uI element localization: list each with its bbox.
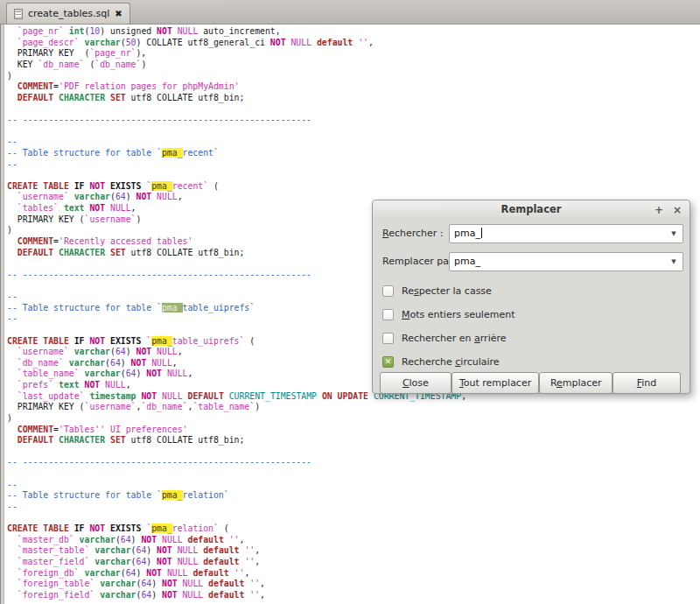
find-button[interactable]: Find: [612, 372, 681, 394]
whole-words-only-checkbox-box[interactable]: [382, 309, 394, 320]
code-line: CREATE TABLE IF NOT EXISTS `pma_recent` …: [7, 181, 700, 193]
code-line: --: [7, 502, 700, 513]
search-row: Rechercher :pma_▼: [373, 224, 690, 243]
replace-row: Remplacer par :pma_▼: [373, 252, 690, 271]
code-line: DEFAULT CHARACTER SET utf8 COLLATE utf8_…: [7, 435, 700, 446]
wrap-search-checkbox-box[interactable]: ✕: [382, 356, 394, 368]
search-label: Rechercher :: [382, 228, 444, 239]
find-button-label: Find: [637, 377, 657, 389]
combo-dropdown-icon[interactable]: ▼: [665, 253, 682, 270]
combo-dropdown-icon[interactable]: ▼: [665, 225, 682, 242]
close-button[interactable]: Close: [380, 372, 452, 394]
code-line: `master_field` varchar(64) NOT NULL defa…: [7, 557, 700, 568]
text-cursor: [481, 228, 482, 238]
search-backwards-checkbox-box[interactable]: [382, 333, 394, 344]
code-line: -- Table structure for table `pma_relati…: [7, 490, 700, 502]
code-line: [7, 170, 700, 181]
wrap-search-label: Recherche circulaire: [402, 356, 500, 368]
code-line: [7, 103, 700, 115]
whole-words-only-label: Mots entiers seulement: [402, 309, 514, 320]
replace-dialog: Remplacer +× Rechercher :pma_▼Remplacer …: [372, 200, 690, 394]
code-line: COMMENT='Tables'' UI preferences': [7, 425, 700, 436]
replace-input[interactable]: pma_▼: [449, 252, 683, 271]
code-line: --: [7, 159, 700, 171]
current-search-match: pma_: [162, 303, 183, 313]
code-line: -- -------------------------------------…: [7, 457, 700, 468]
code-line: `master_table` varchar(64) NOT NULL defa…: [7, 545, 700, 557]
replace-all-button-label: Tout remplacer: [459, 377, 531, 389]
close-window-icon[interactable]: ×: [673, 205, 682, 215]
code-line: [7, 446, 700, 458]
search-match-highlight: pma_: [162, 148, 183, 158]
close-button-label: Close: [402, 377, 429, 389]
replace-label: Remplacer par :: [382, 256, 459, 267]
tab-create-tables-sql[interactable]: create_tables.sql ✖: [6, 3, 130, 24]
code-line: [7, 513, 700, 524]
code-line: COMMENT='PDF relation pages for phpMyAdm…: [7, 81, 700, 93]
stick-window-icon[interactable]: +: [654, 205, 663, 215]
code-line: `master_db` varchar(64) NOT NULL default…: [7, 535, 700, 546]
code-line: [7, 468, 700, 480]
checkbox-match-case[interactable]: Respecter la casse: [382, 284, 492, 297]
match-case-checkbox-box[interactable]: [382, 285, 394, 297]
checkbox-whole-words-only[interactable]: Mots entiers seulement: [382, 308, 514, 320]
code-line: `foreign_field` varchar(64) NOT NULL def…: [7, 590, 700, 601]
search-match-highlight: pma_: [162, 490, 183, 500]
search-backwards-label: Rechercher en arrière: [402, 333, 507, 344]
code-line: ): [7, 71, 700, 82]
tab-label: create_tables.sql: [28, 8, 109, 19]
replace-value: pma_: [454, 253, 480, 270]
checkbox-wrap-search[interactable]: ✕Recherche circulaire: [382, 355, 500, 368]
search-input[interactable]: pma_▼: [449, 224, 683, 243]
replace-all-button[interactable]: Tout remplacer: [452, 372, 540, 394]
dialog-buttons: CloseTout remplacerRemplacerFind: [380, 372, 681, 394]
search-match-highlight: pma_: [151, 181, 172, 191]
code-line: `foreign_db` varchar(64) NOT NULL defaul…: [7, 568, 700, 579]
code-line: KEY `db_name` (`db_name`): [7, 60, 700, 71]
code-line: `foreign_table` varchar(64) NOT NULL def…: [7, 579, 700, 590]
code-line: CREATE TABLE IF NOT EXISTS `pma_relation…: [7, 523, 700, 535]
code-line: `page_nr` int(10) unsigned NOT NULL auto…: [7, 26, 700, 38]
match-case-label: Respecter la casse: [402, 285, 492, 297]
replace-button[interactable]: Remplacer: [539, 372, 612, 394]
editor-margin: [0, 25, 4, 604]
search-match-highlight: pma_: [151, 336, 172, 346]
search-value: pma_: [454, 225, 482, 242]
code-line: `page_descr` varchar(50) COLLATE utf8_ge…: [7, 38, 700, 49]
document-icon: [14, 9, 23, 19]
replace-button-label: Remplacer: [550, 377, 602, 389]
code-line: DEFAULT CHARACTER SET utf8 COLLATE utf8_…: [7, 93, 700, 104]
code-line: --: [7, 137, 700, 148]
dialog-titlebar[interactable]: Remplacer +×: [373, 200, 690, 219]
code-line: PRIMARY KEY (`page_nr`),: [7, 48, 700, 60]
tab-bar: create_tables.sql ✖: [0, 0, 700, 25]
search-match-highlight: pma_: [151, 523, 172, 533]
checkbox-search-backwards[interactable]: Rechercher en arrière: [382, 332, 507, 344]
code-line: [7, 126, 700, 137]
code-line: --: [7, 480, 700, 491]
code-line: -- Table structure for table `pma_recent…: [7, 148, 700, 159]
code-line: ): [7, 413, 700, 425]
code-line: PRIMARY KEY (`username`,`db_name`,`table…: [7, 402, 700, 413]
code-line: -- -------------------------------------…: [7, 115, 700, 126]
dialog-title: Remplacer: [501, 203, 562, 215]
tab-close-icon[interactable]: ✖: [115, 10, 122, 18]
dialog-window-buttons: +×: [654, 200, 682, 219]
